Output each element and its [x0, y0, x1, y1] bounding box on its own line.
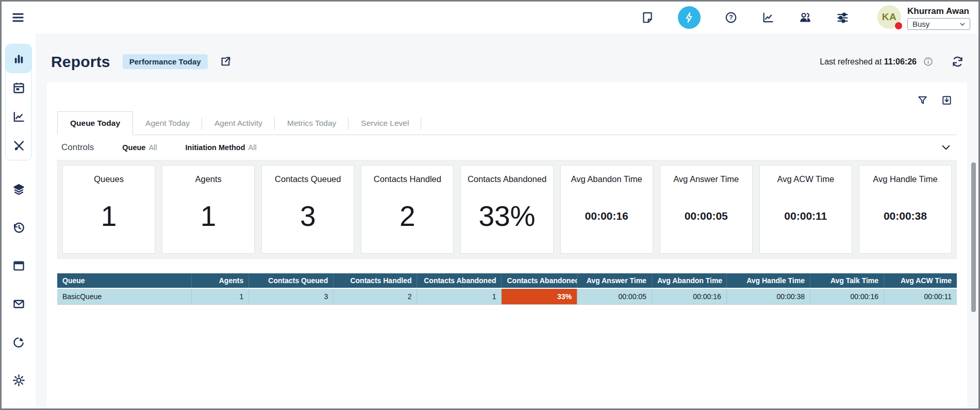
metric-value: 00:00:38 — [884, 184, 927, 253]
sidebar-item-metrics[interactable] — [6, 102, 31, 131]
status-dropdown[interactable]: Busy — [907, 18, 970, 30]
app-window: ? KA Khurram Awan Busy — [0, 0, 980, 410]
cell-avg-handle-time: 00:00:38 — [726, 288, 810, 304]
busy-status-dot — [895, 22, 902, 29]
metric-value: 33% — [478, 184, 535, 253]
col-avg-handle-time[interactable]: Avg Handle Time — [726, 273, 810, 288]
last-refreshed-text: Last refreshed at 11:06:26 — [820, 57, 917, 67]
col-agents[interactable]: Agents — [191, 273, 249, 288]
vertical-scrollbar-thumb[interactable] — [971, 162, 976, 312]
sidebar-item-settings[interactable] — [6, 366, 31, 395]
tab-metrics-today[interactable]: Metrics Today — [275, 111, 348, 135]
user-name: Khurram Awan — [907, 6, 970, 17]
user-block: KA Khurram Awan Busy — [877, 5, 970, 30]
avatar[interactable]: KA — [877, 5, 901, 29]
cell-avg-abandon-time: 00:00:16 — [652, 288, 726, 304]
calendar-icon — [12, 81, 26, 95]
col-avg-answer-time[interactable]: Avg Answer Time — [577, 273, 652, 288]
design-brush-icon — [12, 139, 26, 153]
collapse-chevron-icon[interactable] — [940, 142, 952, 153]
info-icon[interactable] — [923, 56, 934, 67]
metric-value: 3 — [300, 184, 316, 253]
cell-contacts-handled: 2 — [334, 288, 417, 304]
pie-chart-icon — [12, 335, 26, 349]
sidebar — [2, 34, 36, 408]
controls-bar: Controls QueueAll Initiation MethodAll — [57, 135, 957, 160]
col-contacts-handled[interactable]: Contacts Handled — [334, 273, 417, 288]
metrics-chart-icon[interactable] — [761, 11, 775, 24]
chevron-down-icon — [959, 21, 966, 28]
metric-card-avg-answer-time: Avg Answer Time 00:00:05 — [660, 165, 753, 254]
cell-agents: 1 — [191, 288, 249, 304]
controls-label: Controls — [61, 142, 94, 153]
hamburger-menu-icon[interactable] — [11, 10, 25, 25]
layers-icon — [12, 183, 26, 196]
note-icon[interactable] — [641, 11, 654, 24]
queue-table: Queue Agents Contacts Queued Contacts Ha… — [57, 273, 957, 305]
metric-value: 00:00:16 — [585, 184, 628, 253]
users-icon[interactable] — [799, 11, 812, 24]
sidebar-item-schedule[interactable] — [6, 73, 31, 102]
tab-agent-activity[interactable]: Agent Activity — [202, 111, 275, 135]
line-chart-icon — [12, 110, 26, 124]
download-icon[interactable] — [941, 94, 953, 106]
page-title: Reports — [51, 53, 110, 71]
cell-contacts-abandoned: 1 — [417, 288, 502, 304]
panel-toolbar — [57, 83, 957, 111]
metric-value: 00:00:05 — [685, 184, 728, 253]
metric-value: 2 — [400, 184, 416, 253]
col-contacts-queued[interactable]: Contacts Queued — [249, 273, 334, 288]
sidebar-item-history[interactable] — [6, 213, 31, 242]
help-icon[interactable]: ? — [724, 11, 738, 24]
sidebar-group-analytics — [5, 44, 32, 160]
tab-agent-today[interactable]: Agent Today — [133, 111, 202, 135]
metric-cards: Queues 1 Agents 1 Contacts Queued 3 Cont… — [57, 160, 957, 259]
gear-icon — [12, 373, 26, 387]
cell-avg-talk-time: 00:00:16 — [810, 288, 884, 304]
metric-value: 1 — [201, 184, 217, 253]
tab-queue-today[interactable]: Queue Today — [57, 111, 133, 135]
col-contacts-abandoned[interactable]: Contacts Abandoned — [417, 273, 502, 288]
svg-text:?: ? — [729, 14, 733, 21]
window-icon — [12, 259, 26, 273]
refresh-icon[interactable] — [951, 55, 964, 68]
col-avg-abandon-time[interactable]: Avg Abandon Time — [652, 273, 726, 288]
cell-contacts-queued: 3 — [249, 288, 334, 304]
metric-card-agents: Agents 1 — [162, 165, 255, 254]
sidebar-item-dashboard[interactable] — [6, 44, 31, 73]
sidebar-item-customize[interactable] — [6, 131, 31, 160]
col-queue[interactable]: Queue — [57, 273, 191, 288]
col-avg-acw-time[interactable]: Avg ACW Time — [884, 273, 957, 288]
preferences-sliders-icon[interactable] — [836, 11, 850, 25]
status-value: Busy — [912, 20, 929, 28]
tab-service-level[interactable]: Service Level — [348, 111, 421, 135]
filter-icon[interactable] — [917, 94, 928, 106]
external-link-icon[interactable] — [219, 55, 232, 68]
col-avg-talk-time[interactable]: Avg Talk Time — [810, 273, 884, 288]
col-contacts-abandoned-pct[interactable]: Contacts Abandoned % — [502, 273, 577, 288]
table-header-row: Queue Agents Contacts Queued Contacts Ha… — [57, 273, 957, 288]
main-area: Reports Performance Today Last refreshed… — [36, 34, 978, 408]
report-badge: Performance Today — [123, 54, 208, 69]
history-icon — [12, 221, 26, 235]
cell-avg-answer-time: 00:00:05 — [577, 288, 652, 304]
avatar-initials: KA — [882, 11, 896, 23]
sidebar-item-reports-pie[interactable] — [6, 327, 31, 356]
sidebar-item-mail[interactable] — [6, 289, 31, 318]
bar-chart-icon — [12, 52, 26, 66]
metric-card-contacts-abandoned: Contacts Abandoned 33% — [460, 165, 553, 254]
sidebar-item-window[interactable] — [6, 251, 31, 280]
metric-card-contacts-queued: Contacts Queued 3 — [261, 165, 354, 254]
metric-card-avg-abandon-time: Avg Abandon Time 00:00:16 — [560, 165, 653, 254]
metric-card-contacts-handled: Contacts Handled 2 — [361, 165, 454, 254]
metric-value: 00:00:11 — [784, 184, 827, 253]
metric-card-queues: Queues 1 — [62, 165, 155, 254]
boost-lightning-icon[interactable] — [678, 6, 701, 29]
table-row: BasicQueue 1 3 2 1 33% 00:00:05 00:00:16… — [57, 288, 957, 304]
metric-card-avg-handle-time: Avg Handle Time 00:00:38 — [859, 165, 952, 254]
filter-initiation-method[interactable]: Initiation MethodAll — [186, 143, 257, 152]
cell-queue-name: BasicQueue — [57, 288, 191, 304]
filter-queue[interactable]: QueueAll — [122, 143, 157, 152]
sidebar-item-layers[interactable] — [6, 175, 31, 204]
page-header: Reports Performance Today Last refreshed… — [47, 34, 967, 83]
